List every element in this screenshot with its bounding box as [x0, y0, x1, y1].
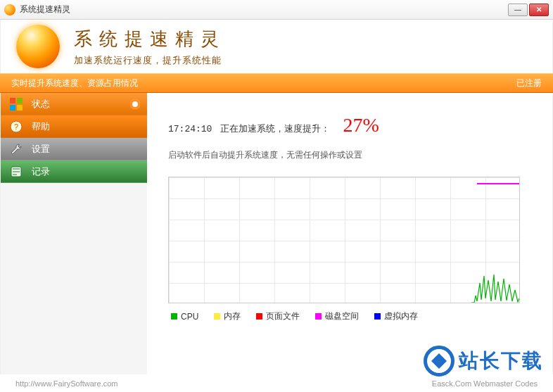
swatch-icon	[315, 313, 322, 320]
status-time: 17:24:10	[168, 124, 212, 134]
swatch-icon	[214, 313, 220, 320]
legend-pagefile: 页面文件	[256, 310, 300, 322]
status-left: 实时提升系统速度、资源占用情况	[11, 77, 138, 89]
window-title: 系统提速精灵	[20, 4, 508, 15]
svg-rect-1	[17, 98, 23, 103]
status-right: 已注册	[516, 77, 542, 89]
app-title: 系统提速精灵	[74, 27, 226, 51]
window-controls: — ✕	[508, 4, 549, 16]
chart-grid	[168, 177, 520, 303]
app-icon	[4, 4, 15, 15]
status-percent: 27%	[343, 114, 379, 137]
logo-icon	[16, 25, 60, 68]
nav-label: 设置	[32, 143, 50, 156]
swatch-icon	[256, 313, 262, 320]
titlebar: 系统提速精灵 — ✕	[0, 0, 553, 20]
svg-text:?: ?	[14, 122, 18, 131]
disk-line	[477, 183, 519, 184]
watermark-icon	[424, 346, 455, 377]
legend: CPU 内存 页面文件 磁盘空间 虚拟内存	[168, 310, 538, 322]
main-panel: 17:24:10 正在加速系统，速度提升： 27% 启动软件后自动提升系统速度，…	[147, 93, 552, 374]
legend-label: 磁盘空间	[325, 310, 359, 322]
status-message: 正在加速系统，速度提升：	[220, 122, 330, 135]
nav-status[interactable]: 状态	[1, 93, 147, 115]
minimize-button[interactable]: —	[508, 4, 528, 16]
chart: CPU 内存 页面文件 磁盘空间 虚拟内存	[168, 177, 538, 322]
legend-label: 页面文件	[266, 310, 300, 322]
footer-url[interactable]: http://www.FairySoftware.com	[15, 379, 118, 388]
wrench-icon	[9, 142, 23, 156]
header: 系统提速精灵 加速系统运行速度，提升系统性能	[0, 20, 553, 73]
help-icon: ?	[9, 120, 23, 134]
svg-rect-2	[10, 105, 15, 110]
app-subtitle: 加速系统运行速度，提升系统性能	[74, 54, 226, 67]
legend-label: CPU	[181, 312, 198, 322]
nav-log[interactable]: 记录	[1, 160, 147, 183]
windows-icon	[9, 97, 23, 111]
footer-credit: Easck.Com Webmaster Codes	[432, 379, 538, 388]
nav-label: 帮助	[32, 120, 50, 133]
legend-vmem: 虚拟内存	[374, 310, 418, 322]
nav-help[interactable]: ? 帮助	[1, 115, 147, 138]
svg-rect-3	[17, 105, 23, 110]
watermark-text: 站长下载	[459, 348, 543, 374]
legend-label: 虚拟内存	[384, 310, 418, 322]
footer: http://www.FairySoftware.com Easck.Com W…	[0, 379, 553, 388]
legend-label: 内存	[224, 310, 241, 322]
sidebar: 状态 ? 帮助 设置 记录	[1, 93, 147, 374]
legend-disk: 磁盘空间	[315, 310, 359, 322]
legend-mem: 内存	[214, 310, 241, 322]
cpu-spikes	[471, 262, 519, 303]
status-bar: 实时提升系统速度、资源占用情况 已注册	[0, 73, 553, 93]
close-button[interactable]: ✕	[529, 4, 549, 16]
watermark: 站长下载	[424, 346, 543, 377]
log-icon	[9, 165, 23, 179]
sidebar-fill	[1, 183, 147, 374]
svg-rect-0	[10, 98, 15, 103]
nav-label: 状态	[32, 98, 50, 110]
nav-label: 记录	[32, 165, 50, 178]
hint-text: 启动软件后自动提升系统速度，无需任何操作或设置	[168, 149, 538, 161]
status-line: 17:24:10 正在加速系统，速度提升： 27%	[168, 114, 538, 137]
swatch-icon	[374, 313, 381, 320]
swatch-icon	[171, 313, 177, 320]
header-titles: 系统提速精灵 加速系统运行速度，提升系统性能	[74, 27, 226, 67]
nav-settings[interactable]: 设置	[1, 138, 147, 160]
legend-cpu: CPU	[171, 310, 198, 322]
content: 状态 ? 帮助 设置 记录 17:24:10 正在加速系统，速度提升： 27%	[0, 93, 553, 374]
